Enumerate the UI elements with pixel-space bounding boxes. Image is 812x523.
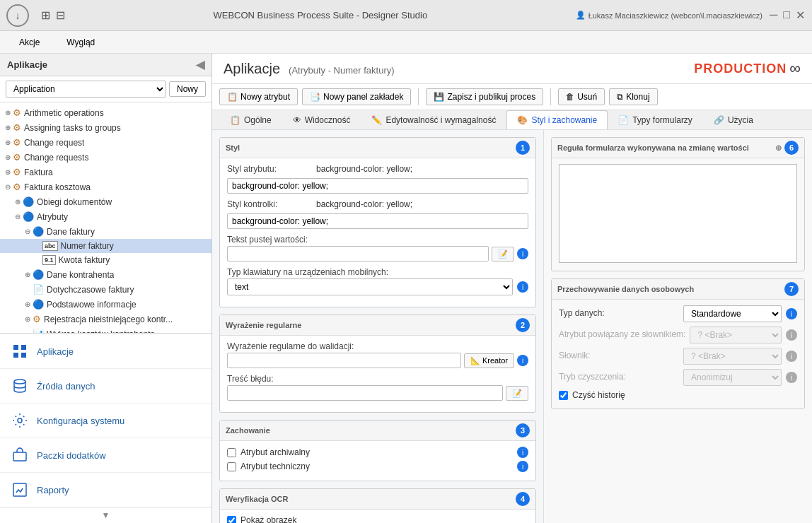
menu-widok[interactable]: Wygląd: [54, 34, 107, 51]
regex-validation-label: Wyrażenie regularne do walidacji:: [227, 341, 528, 351]
empty-text-input[interactable]: [227, 246, 489, 262]
linked-attr-info-icon[interactable]: i: [786, 329, 797, 341]
tabs-bar: 📋 Ogólne 👁 Widoczność ✏️ Edytowalność i …: [212, 110, 812, 130]
tree-item[interactable]: ⊕ ⚙ Change requests: [0, 150, 211, 165]
technical-checkbox[interactable]: [227, 462, 236, 471]
process-icon: ⚙: [13, 182, 21, 192]
new-button[interactable]: Nowy: [169, 81, 206, 97]
tree-item[interactable]: ⊖ ⚙ Faktura kosztowa: [0, 180, 211, 194]
empty-text-row: Tekst pustej wartości: 📝 i: [227, 235, 528, 262]
error-text-input[interactable]: [227, 385, 503, 401]
keyboard-type-select[interactable]: text: [227, 278, 513, 295]
content-area: Aplikacje (Atrybuty - Numer faktury) PRO…: [212, 54, 812, 523]
data-type-select[interactable]: Standardowe: [683, 305, 782, 322]
clean-mode-select[interactable]: Anonimizuj: [683, 369, 782, 386]
delete-button[interactable]: 🗑 Usuń: [558, 88, 605, 105]
archival-checkbox[interactable]: [227, 448, 236, 457]
tree-item[interactable]: ⊖ 🔵 Atrybuty: [0, 209, 211, 224]
nav-item-raporty[interactable]: Raporty: [0, 472, 211, 507]
sidebar-collapse-icon[interactable]: ◀: [196, 58, 204, 71]
keyboard-type-row: Typ klawiatury na urządzeniach mobilnych…: [227, 267, 528, 295]
formula-expand-icon[interactable]: ⊕: [775, 143, 782, 153]
app-logo: ↓: [0, 4, 35, 27]
attr-style-row: Styl atrybutu: background-color: yellow;: [227, 164, 528, 174]
settings-icon: [10, 411, 30, 430]
ctrl-style-row: Styl kontrolki: background-color: yellow…: [227, 199, 528, 209]
tree-item[interactable]: 9.1 Kwota faktury: [0, 253, 211, 267]
ctrl-style-input[interactable]: [227, 213, 528, 229]
tree-item[interactable]: ⊕ 🔵 Obiegi dokumentów: [0, 194, 211, 209]
tab-widocznosc[interactable]: 👁 Widoczność: [282, 110, 361, 129]
empty-text-info-icon[interactable]: i: [517, 248, 528, 259]
svg-rect-2: [13, 353, 18, 358]
toolbar-icons: ⊞ ⊟: [41, 8, 65, 22]
tree-item[interactable]: ⊕ ⚙ Faktura: [0, 165, 211, 180]
personal-data-badge: 7: [784, 282, 799, 296]
empty-text-formula-btn[interactable]: 📝: [492, 247, 514, 262]
tree-item[interactable]: ⊕ ⚙ Assigning tasks to groups: [0, 120, 211, 135]
tree-label: Podstawowe informacje: [47, 300, 137, 310]
keyboard-type-info-icon[interactable]: i: [517, 281, 528, 293]
clean-mode-info-icon[interactable]: i: [786, 372, 797, 383]
tree-item[interactable]: ⊕ 🔵 Dane kontrahenta: [0, 267, 211, 282]
error-text-formula-btn[interactable]: 📝: [506, 386, 528, 401]
personal-data-title-text: Przechowywanie danych osobowych: [557, 285, 694, 293]
clean-history-checkbox[interactable]: [559, 391, 568, 400]
menu-akcje[interactable]: Akcje: [7, 34, 52, 51]
linked-attr-select[interactable]: ? <Brak>: [690, 327, 782, 343]
tree-item[interactable]: 📄 Dotychczasowe faktury: [0, 282, 211, 297]
tree-item[interactable]: ⊕ ⚙ Change request: [0, 135, 211, 150]
tab-ogolne[interactable]: 📋 Ogólne: [219, 110, 282, 129]
tree-item[interactable]: ⊕ 🔵 Podstawowe informacje: [0, 297, 211, 312]
maximize-icon[interactable]: □: [783, 8, 790, 22]
technical-info-icon[interactable]: i: [517, 461, 528, 472]
process-icon: ⚙: [13, 107, 21, 118]
tree-area[interactable]: ⊕ ⚙ Arithmetic operations ⊕ ⚙ Assigning …: [0, 102, 211, 333]
clone-icon: ⧉: [617, 92, 623, 102]
close-icon[interactable]: ✕: [796, 8, 805, 22]
svg-point-4: [14, 380, 25, 384]
regex-info-icon[interactable]: i: [517, 355, 528, 366]
formula-title-text: Reguła formularza wykonywana na zmianę w…: [557, 143, 749, 152]
tree-item[interactable]: 📊 Wykres kosztów kontrahenta: [0, 327, 211, 333]
save-publish-button[interactable]: 💾 Zapisz i publikuj proces: [426, 88, 543, 105]
attr-style-input[interactable]: [227, 178, 528, 194]
ctrl-style-value: background-color: yellow;: [316, 199, 412, 209]
zachowanie-title-text: Zachowanie: [226, 426, 270, 435]
nav-item-aplikacje[interactable]: Aplikacje: [0, 334, 211, 368]
new-attribute-icon: 📋: [227, 92, 238, 102]
nav-item-zrodla[interactable]: Źródła danych: [0, 368, 211, 403]
dictionary-select[interactable]: ? <Brak>: [683, 348, 782, 365]
tree-item[interactable]: ⊕ ⚙ Arithmetic operations: [0, 105, 211, 120]
tree-item-numer-faktury[interactable]: abc Numer faktury: [0, 239, 211, 253]
new-panel-button[interactable]: 📑 Nowy panel zakładek: [302, 88, 411, 105]
sidebar-scroll-down[interactable]: ▼: [0, 507, 211, 523]
regex-creator-btn[interactable]: 📐 Kreator: [464, 353, 514, 368]
application-select[interactable]: Application: [6, 81, 166, 98]
nav-item-paczki[interactable]: Paczki dodatków: [0, 437, 211, 472]
tab-icon-edytowalnosc: ✏️: [371, 115, 382, 125]
regex-input[interactable]: [227, 353, 461, 368]
dictionary-info-icon[interactable]: i: [786, 351, 797, 362]
window-controls[interactable]: ─ □ ✕: [770, 8, 812, 22]
nav-item-konfiguracja[interactable]: Konfiguracja systemu: [0, 403, 211, 437]
tab-edytowalnosc[interactable]: ✏️ Edytowalność i wymagalność: [361, 110, 506, 129]
content-header: Aplikacje (Atrybuty - Numer faktury) PRO…: [212, 54, 812, 84]
tree-item[interactable]: ⊕ ⚙ Rejestracja nieistniejącego kontr...: [0, 312, 211, 327]
show-image-checkbox[interactable]: [227, 516, 236, 524]
main-layout: Aplikacje ◀ Application Nowy ⊕ ⚙ Arithme…: [0, 54, 812, 523]
clean-history-row: Czyść historię: [559, 390, 797, 400]
formula-textarea[interactable]: [559, 164, 797, 263]
archival-info-icon[interactable]: i: [517, 447, 528, 458]
tab-styl[interactable]: 🎨 Styl i zachowanie: [506, 110, 608, 129]
tab-typy[interactable]: 📄 Typy formularzy: [608, 110, 703, 129]
tab-uzycia[interactable]: 🔗 Użycia: [703, 110, 764, 129]
new-attribute-button[interactable]: 📋 Nowy atrybut: [219, 88, 298, 105]
form-content: Styl 1 Styl atrybutu: background-color: …: [212, 130, 812, 523]
tree-item[interactable]: ⊖ 🔵 Dane faktury: [0, 224, 211, 239]
clone-button[interactable]: ⧉ Klonuj: [609, 88, 657, 105]
minimize-icon[interactable]: ─: [770, 8, 777, 22]
num-icon: 9.1: [42, 255, 56, 265]
data-type-info-icon[interactable]: i: [786, 308, 797, 319]
folder-icon: 🔵: [33, 299, 44, 310]
